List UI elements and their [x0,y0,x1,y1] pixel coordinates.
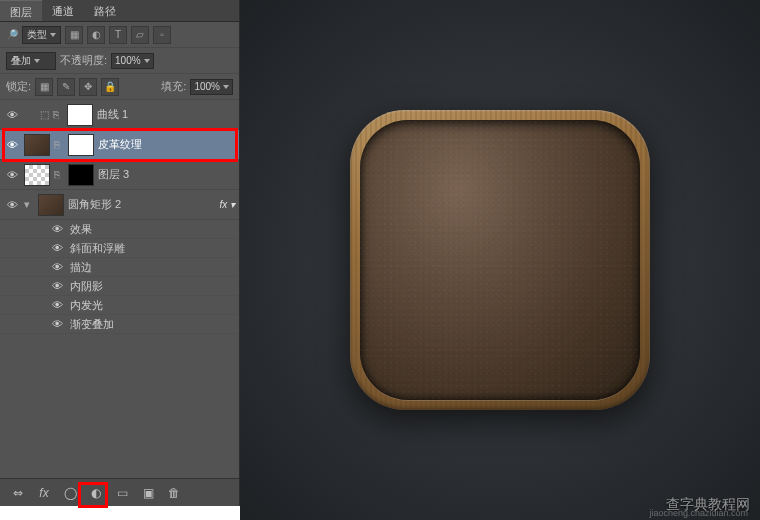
layer-thumb[interactable] [24,134,50,156]
chevron-down-icon [50,33,56,37]
chevron-down-icon [223,85,229,89]
adjustment-layer-icon[interactable]: ◐ [86,483,106,503]
lock-all-icon[interactable]: 🔒 [101,78,119,96]
trash-icon[interactable]: 🗑 [164,483,184,503]
layer-mask-thumb[interactable] [67,104,93,126]
search-icon: 🔎 [6,29,18,40]
visibility-icon[interactable]: 👁 [50,242,64,254]
canvas-preview: 查字典教程网 jiaocheng.chazidian.com [240,0,760,520]
layer-name: 圆角矩形 2 [68,197,215,212]
layer-round-rect[interactable]: 👁 ▾ 圆角矩形 2 fx ▾ [0,190,239,220]
lock-trans-icon[interactable]: ▦ [35,78,53,96]
filter-text-icon[interactable]: T [109,26,127,44]
panel-tabs: 图层 通道 路径 [0,0,239,22]
chevron-down-icon [34,59,40,63]
visibility-icon[interactable]: 👁 [50,299,64,311]
adjustment-icon: ⬚ [40,109,49,120]
group-icon[interactable]: ▭ [112,483,132,503]
layer-3[interactable]: 👁 ⎘ 图层 3 [0,160,239,190]
link-icon: ⎘ [54,139,64,150]
lock-label: 锁定: [6,79,31,94]
layers-list: 👁 ⬚ ⎘ 曲线 1 👁 ⎘ 皮革纹理 👁 ⎘ 图层 3 [0,100,239,478]
lock-brush-icon[interactable]: ✎ [57,78,75,96]
visibility-icon[interactable]: 👁 [4,199,20,211]
tab-paths[interactable]: 路径 [84,0,126,21]
panel-bottom-bar: ⇔ fx ◯ ◐ ▭ ▣ 🗑 [0,478,239,506]
fx-badge[interactable]: fx ▾ [219,199,235,210]
filter-label: 类型 [27,28,47,42]
filter-adjust-icon[interactable]: ◐ [87,26,105,44]
filter-smart-icon[interactable]: ▫ [153,26,171,44]
effects-label: 效果 [70,222,92,237]
filter-type-select[interactable]: 类型 [22,26,61,44]
effect-inner-shadow[interactable]: 👁 内阴影 [0,277,239,296]
effect-name: 内发光 [70,298,103,313]
tab-channels[interactable]: 通道 [42,0,84,21]
visibility-icon[interactable]: 👁 [4,169,20,181]
fill-value: 100% [194,81,220,92]
effect-stroke[interactable]: 👁 描边 [0,258,239,277]
fill-input[interactable]: 100% [190,79,233,95]
visibility-icon[interactable]: 👁 [4,139,20,151]
opacity-label: 不透明度: [60,53,107,68]
effect-name: 斜面和浮雕 [70,241,125,256]
filter-row: 🔎 类型 ▦ ◐ T ▱ ▫ [0,22,239,48]
layer-name: 曲线 1 [97,107,235,122]
blend-mode-select[interactable]: 叠加 [6,52,56,70]
blend-mode-value: 叠加 [11,54,31,68]
layer-thumb[interactable] [24,164,50,186]
lock-row: 锁定: ▦ ✎ ✥ 🔒 填充: 100% [0,74,239,100]
opacity-input[interactable]: 100% [111,53,154,69]
lock-move-icon[interactable]: ✥ [79,78,97,96]
visibility-icon[interactable]: 👁 [50,261,64,273]
layer-mask-thumb[interactable] [68,164,94,186]
effect-name: 内阴影 [70,279,103,294]
layer-leather[interactable]: 👁 ⎘ 皮革纹理 [0,130,239,160]
layer-curves[interactable]: 👁 ⬚ ⎘ 曲线 1 [0,100,239,130]
visibility-icon[interactable]: 👁 [50,223,64,235]
layer-name: 皮革纹理 [98,137,235,152]
link-icon: ⎘ [53,109,63,120]
layer-name: 图层 3 [98,167,235,182]
opacity-value: 100% [115,55,141,66]
icon-leather-surface [360,120,640,400]
visibility-icon[interactable]: 👁 [50,318,64,330]
effect-gradient[interactable]: 👁 渐变叠加 [0,315,239,334]
effect-bevel[interactable]: 👁 斜面和浮雕 [0,239,239,258]
effect-inner-glow[interactable]: 👁 内发光 [0,296,239,315]
visibility-icon[interactable]: 👁 [50,280,64,292]
filter-pixel-icon[interactable]: ▦ [65,26,83,44]
expand-icon[interactable]: ▾ [24,198,34,211]
fx-icon[interactable]: fx [34,483,54,503]
layer-mask-thumb[interactable] [68,134,94,156]
mask-icon[interactable]: ◯ [60,483,80,503]
icon-wood-frame [350,110,650,410]
visibility-icon[interactable]: 👁 [4,109,20,121]
effects-header[interactable]: 👁 效果 [0,220,239,239]
effect-name: 描边 [70,260,92,275]
tab-layers[interactable]: 图层 [0,0,42,21]
blend-row: 叠加 不透明度: 100% [0,48,239,74]
link-icon: ⎘ [54,169,64,180]
effect-name: 渐变叠加 [70,317,114,332]
layer-thumb[interactable] [38,194,64,216]
watermark-url: jiaocheng.chazidian.com [649,508,748,518]
layers-panel: 图层 通道 路径 🔎 类型 ▦ ◐ T ▱ ▫ 叠加 不透明度: 100% [0,0,240,506]
link-layers-icon[interactable]: ⇔ [8,483,28,503]
chevron-down-icon [144,59,150,63]
new-layer-icon[interactable]: ▣ [138,483,158,503]
fill-label: 填充: [161,79,186,94]
filter-shape-icon[interactable]: ▱ [131,26,149,44]
